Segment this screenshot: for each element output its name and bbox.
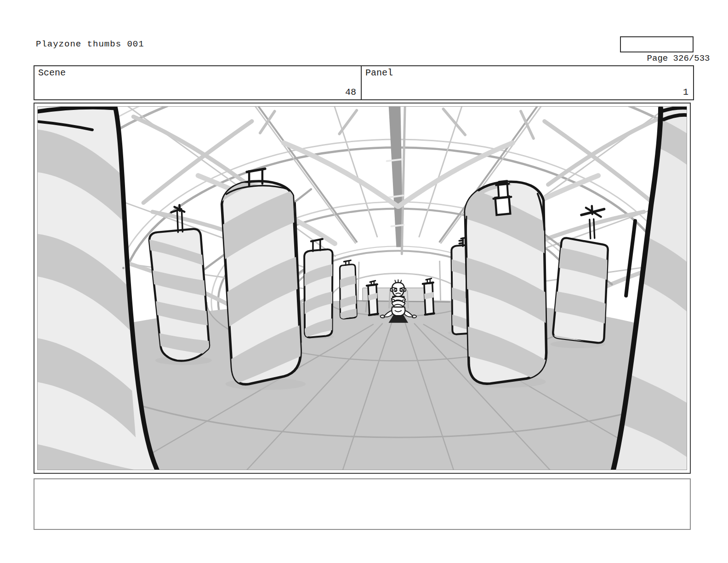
bop-bag-distant-right bbox=[423, 278, 434, 315]
notes-box bbox=[34, 478, 691, 530]
scene-cell: Scene 48 bbox=[34, 66, 362, 99]
panel-label: Panel bbox=[365, 68, 393, 78]
page-title: Playzone thumbs 001 bbox=[36, 39, 144, 49]
bop-bag-small-left1 bbox=[302, 239, 335, 338]
bop-bag-foreground-left bbox=[38, 107, 158, 470]
bop-bag-left-large bbox=[219, 169, 301, 388]
bop-bag-foreground-right bbox=[613, 107, 687, 470]
panel-value: 1 bbox=[683, 87, 688, 98]
page-number-label: Page 326/533 bbox=[647, 53, 710, 63]
panel-cell: Panel 1 bbox=[362, 66, 693, 99]
page-number-box: Page 326/533 bbox=[620, 36, 694, 52]
scene-value: 48 bbox=[345, 87, 356, 98]
bop-bag-distant-left bbox=[367, 281, 378, 315]
valve-t-handle bbox=[171, 205, 185, 213]
valve-stem bbox=[590, 219, 595, 238]
bop-bag-right-large bbox=[463, 181, 547, 386]
bop-bag-small-left2 bbox=[337, 260, 358, 320]
storyboard-panel-frame bbox=[34, 103, 691, 474]
valve-stem bbox=[177, 211, 182, 232]
storyboard-panel bbox=[37, 106, 687, 470]
scene-label: Scene bbox=[38, 68, 66, 78]
storyboard-sheet: Playzone thumbs 001 Page 326/533 Scene 4… bbox=[0, 0, 728, 563]
scene-panel-table: Scene 48 Panel 1 bbox=[34, 65, 694, 100]
storyboard-drawing bbox=[38, 107, 687, 470]
